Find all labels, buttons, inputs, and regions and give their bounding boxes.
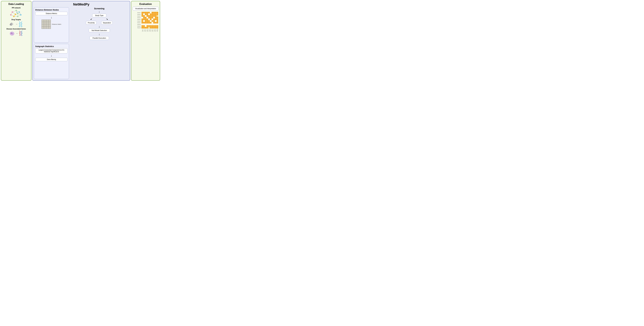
left-panel-title: Data Loading: [8, 3, 24, 6]
heatmap-x-label: Drug 9: [155, 29, 156, 32]
svg-point-16: [17, 13, 18, 14]
heatmap-row: [142, 15, 158, 17]
heatmap-cell: [155, 14, 156, 15]
heatmap-cell: [145, 14, 146, 15]
right-panel-title: Evaluation: [140, 3, 152, 6]
heatmap-cell: [142, 22, 143, 24]
heatmap-y-label: Disease 8: [137, 24, 141, 25]
svg-line-33: [20, 33, 22, 33]
heatmap-x-label: Drug 5: [149, 29, 150, 32]
heatmap-cell: [145, 15, 146, 17]
heatmap-cell: [143, 25, 145, 27]
heatmap-cell: [148, 15, 150, 17]
ppi-network-icon: [9, 9, 23, 18]
distance-title: Distance Between Nodes: [35, 9, 59, 11]
distance-down-arrow: ↓: [51, 16, 52, 19]
heatmap-cell: [152, 25, 153, 27]
heatmap-x-label-wrap: Drug 10: [156, 29, 158, 32]
heatmap-cell: [143, 19, 145, 20]
heatmap-cell: [150, 12, 152, 14]
heatmap-wrapper: Disease 1Disease 2Disease 3Disease 4Dise…: [137, 12, 158, 29]
distance-metrics-label: Distance Metrics: [46, 13, 57, 14]
heatmap-cell: [150, 17, 152, 19]
cell-icon: [9, 31, 15, 36]
svg-point-13: [16, 10, 17, 11]
heatmap-cell: [156, 15, 158, 17]
heatmap-cell: [155, 24, 156, 25]
heatmap-cell: [152, 19, 153, 20]
dna2-icon: [18, 30, 23, 37]
heatmap-grid: [142, 12, 158, 29]
heatmap-cell: [142, 19, 143, 20]
heatmap-cell: [153, 14, 155, 15]
disease-arrow: →: [16, 32, 18, 35]
heatmap-cell: [156, 17, 158, 19]
heatmap-cell: [145, 19, 146, 20]
disease-section: Disease Associated Genes →: [2, 28, 30, 37]
heatmap-cell: [155, 19, 156, 20]
heatmap-cell: [142, 20, 143, 22]
heatmap-cell: [145, 25, 146, 27]
heatmap-cell: [153, 15, 155, 17]
heatmap-cell: [146, 27, 148, 29]
heatmap-cell: [150, 14, 152, 15]
heatmap-y-label: Disease 7: [137, 22, 141, 24]
heatmap-cell: [152, 24, 153, 25]
heatmap-cell: [155, 27, 156, 29]
heatmap-cell: [150, 24, 152, 25]
heatmap-x-label-wrap: Drug 9: [155, 29, 156, 32]
disease-label: Disease Associated Genes: [6, 28, 26, 30]
heatmap-y-label: Disease 5: [137, 19, 141, 20]
heatmap-x-label-wrap: Drug 1: [142, 29, 143, 32]
subgraph-title: Subgraph Statistics: [35, 45, 54, 48]
heatmap-cell: [155, 22, 156, 24]
heatmap-y-label: Disease 6: [137, 20, 141, 22]
heatmap-cell: [150, 22, 152, 24]
heatmap-row: [142, 24, 158, 25]
gene-filtering-box: Gene filtering: [35, 58, 68, 61]
heatmap-row: [142, 17, 158, 19]
null-model-label: Null Model Selection: [92, 30, 107, 31]
to-parallel-arrow: ↓: [98, 33, 100, 36]
parallel-box: Parallel Execution: [90, 36, 109, 40]
heatmap-x-label-wrap: Drug 2: [143, 29, 145, 32]
heatmap-cell: [146, 12, 148, 14]
svg-line-35: [20, 35, 22, 36]
heatmap-cell: [145, 12, 146, 14]
distance-box: Distance Between Nodes Distance Metrics …: [34, 7, 69, 43]
heatmap-cell: [145, 22, 146, 24]
study-type-box: Study Type: [92, 14, 106, 17]
distance-metrics-box: Distance Metrics: [35, 12, 68, 15]
heatmap-cell: [143, 22, 145, 24]
svg-point-12: [12, 11, 13, 13]
heatmap-cell: [148, 25, 150, 27]
heatmap-x-label-wrap: Drug 7: [152, 29, 153, 32]
svg-point-18: [13, 16, 15, 17]
heatmap-y-label: Disease 2: [137, 14, 141, 15]
heatmap-row: [142, 14, 158, 15]
heatmap-x-label: Drug 6: [150, 29, 151, 32]
heatmap-cell: [148, 17, 150, 19]
heatmap-cell: [156, 24, 158, 25]
subgraph-down-arrow: ↓: [51, 54, 52, 57]
heatmap-cell: [148, 19, 150, 20]
ppi-section: PPI network: [2, 7, 30, 18]
capsule-icon: [10, 23, 15, 26]
heatmap-cell: [142, 25, 143, 27]
heatmap-cell: [142, 12, 143, 14]
gene-filtering-label: Gene filtering: [47, 59, 56, 60]
heatmap-cell: [148, 20, 150, 22]
heatmap-cell: [148, 27, 150, 29]
lcc-label: Largest Connected Component (LCC) Statis…: [38, 49, 64, 53]
svg-point-31: [12, 34, 13, 34]
center-panel: NetMedPy Distance Between Nodes Distance…: [32, 1, 130, 81]
svg-point-14: [18, 11, 20, 13]
matrix-grid: [42, 20, 51, 29]
svg-point-17: [20, 14, 22, 16]
center-title: NetMedPy: [34, 3, 129, 7]
proximity-box: Proximity: [86, 21, 96, 25]
heatmap-cell: [148, 12, 150, 14]
heatmap-cell: [150, 27, 152, 29]
heatmap-cell: [156, 22, 158, 24]
svg-line-28: [20, 26, 22, 27]
